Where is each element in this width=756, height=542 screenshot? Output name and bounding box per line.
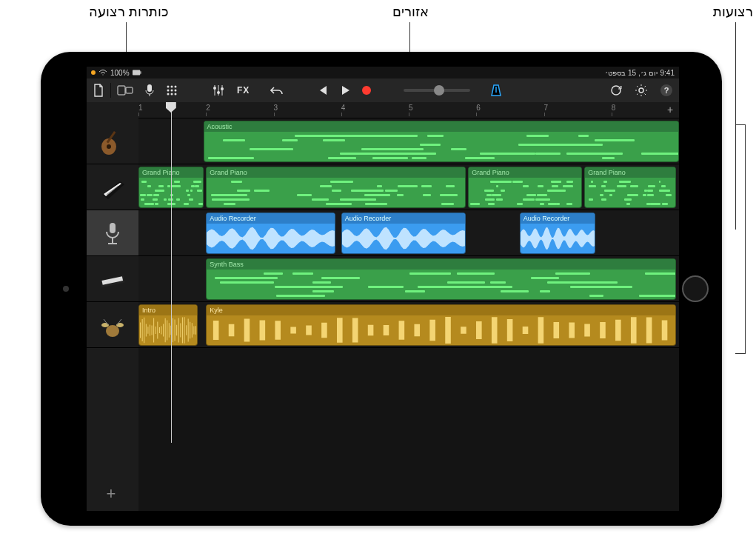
svg-point-11 — [167, 93, 170, 96]
svg-rect-3 — [126, 87, 133, 93]
track-controls-button[interactable] — [206, 78, 231, 102]
svg-rect-0 — [133, 70, 140, 76]
ruler-tick: 3 — [274, 102, 278, 112]
microphone-icon — [98, 218, 127, 248]
help-button[interactable]: ? — [654, 78, 679, 102]
recording-indicator-dot — [91, 70, 96, 75]
callout-regions: אזורים — [392, 4, 429, 20]
loop-button[interactable] — [603, 78, 629, 102]
camera-dot — [63, 286, 69, 292]
record-button[interactable] — [356, 78, 377, 102]
callout-track-headers: כותרות רצועה — [89, 4, 169, 20]
ruler-area[interactable]: + 12345678 — [138, 102, 679, 118]
add-track-button[interactable]: + — [100, 483, 122, 505]
svg-point-33 — [106, 325, 119, 337]
status-bar: 9:41 יום ג׳, 15 בספט׳ 100% — [87, 67, 679, 78]
go-to-beginning-button[interactable] — [312, 78, 334, 102]
svg-point-12 — [171, 93, 173, 96]
track-row[interactable]: Acoustic — [138, 118, 679, 164]
my-songs-button[interactable] — [87, 78, 110, 102]
ruler-tick: 2 — [206, 102, 210, 112]
track-row[interactable]: Synth Bass — [138, 256, 679, 302]
region-label: Audio Recorder — [207, 213, 335, 224]
region-label: Intro — [139, 305, 197, 315]
track-headers-column: + — [87, 118, 138, 511]
svg-point-5 — [167, 86, 170, 88]
svg-rect-2 — [118, 86, 125, 95]
ruler-tick: 6 — [476, 102, 481, 112]
track-header-keyboard[interactable] — [87, 256, 138, 302]
ruler[interactable]: + 12345678 — [87, 102, 679, 118]
undo-button[interactable] — [264, 78, 290, 102]
svg-rect-1 — [140, 71, 141, 73]
track-row[interactable]: Audio RecorderAudio RecorderAudio Record… — [138, 210, 679, 256]
status-time: 9:41 — [660, 69, 675, 77]
svg-point-9 — [171, 90, 173, 92]
settings-button[interactable] — [629, 78, 654, 102]
svg-point-13 — [175, 93, 177, 96]
master-volume-slider[interactable] — [399, 78, 475, 102]
battery-icon — [133, 69, 141, 76]
region[interactable]: Audio Recorder — [341, 213, 466, 254]
svg-rect-28 — [110, 223, 116, 233]
ruler-tick: 1 — [138, 102, 143, 112]
track-header-piano[interactable] — [87, 164, 138, 210]
piano-icon — [98, 173, 127, 202]
region[interactable]: Grand Piano — [584, 167, 676, 208]
grid-button[interactable] — [160, 78, 184, 102]
region-label: Audio Recorder — [521, 213, 595, 224]
microphone-button[interactable] — [139, 78, 160, 102]
region-label: Acoustic — [204, 121, 678, 132]
ruler-tick: 5 — [409, 102, 413, 112]
callout-tracks: רצועות — [713, 4, 753, 20]
region-label: Grand Piano — [469, 167, 581, 178]
region[interactable]: Grand Piano — [206, 167, 465, 208]
svg-rect-4 — [147, 84, 152, 92]
battery-pct: 100% — [110, 69, 130, 77]
add-section-button[interactable]: + — [664, 104, 676, 116]
svg-point-21 — [639, 88, 643, 93]
svg-point-6 — [171, 86, 173, 88]
wifi-icon — [98, 69, 107, 76]
svg-point-25 — [107, 144, 111, 149]
guitar-icon — [98, 127, 127, 156]
region-label: Grand Piano — [585, 167, 675, 178]
timeline[interactable]: AcousticGrand PianoGrand PianoGrand Pian… — [138, 118, 679, 511]
keyboard-icon — [98, 264, 127, 294]
track-row[interactable]: IntroKyle — [138, 302, 679, 348]
region[interactable]: Audio Recorder — [520, 213, 595, 254]
svg-point-20 — [612, 86, 620, 95]
drums-icon — [98, 310, 127, 340]
svg-point-10 — [175, 90, 177, 92]
playhead[interactable] — [171, 102, 172, 443]
track-row[interactable]: Grand PianoGrand PianoGrand PianoGrand P… — [138, 164, 679, 210]
region[interactable]: Intro — [138, 304, 198, 346]
status-date: יום ג׳, 15 בספט׳ — [605, 69, 657, 77]
play-button[interactable] — [334, 78, 356, 102]
svg-point-19 — [221, 87, 224, 90]
ruler-header — [87, 102, 138, 118]
region[interactable]: Kyle — [206, 304, 676, 346]
home-button[interactable] — [682, 275, 709, 302]
region[interactable]: Synth Bass — [206, 258, 676, 300]
ipad-frame: 9:41 יום ג׳, 15 בספט׳ 100% — [41, 52, 722, 526]
region-label: Kyle — [207, 305, 675, 315]
region[interactable]: Grand Piano — [468, 167, 581, 208]
track-header-guitar[interactable] — [87, 118, 138, 164]
ruler-tick: 4 — [341, 102, 346, 112]
region-label: Grand Piano — [207, 167, 464, 178]
svg-point-8 — [167, 90, 170, 92]
metronome-button[interactable] — [484, 78, 509, 102]
ruler-tick: 7 — [544, 102, 549, 112]
region[interactable]: Acoustic — [204, 121, 679, 162]
region-label: Synth Bass — [207, 259, 675, 270]
region[interactable]: Audio Recorder — [206, 213, 335, 254]
screen: 9:41 יום ג׳, 15 בספט׳ 100% — [87, 67, 679, 511]
region-label: Audio Recorder — [342, 213, 465, 224]
track-header-microphone[interactable] — [87, 210, 138, 256]
svg-text:?: ? — [664, 86, 669, 95]
browser-button[interactable] — [111, 78, 139, 102]
track-header-drums[interactable] — [87, 302, 138, 348]
fx-button[interactable]: FX — [231, 78, 255, 102]
svg-point-7 — [175, 86, 177, 88]
